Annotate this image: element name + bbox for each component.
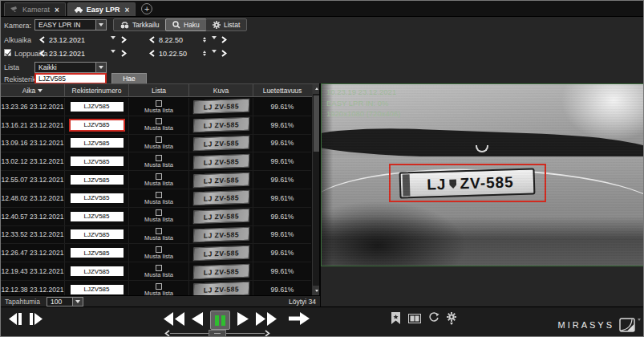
row-plate-number[interactable]: LJZV585 [71, 248, 124, 258]
column-header-rekisterinumero[interactable]: Rekisterinumero [65, 84, 129, 96]
slider-handle[interactable] [209, 330, 226, 337]
row-plate-image[interactable]: LJ ZV-585 [192, 263, 249, 278]
slider-track[interactable] [170, 333, 209, 334]
musta-lista-checkbox[interactable] [156, 100, 162, 107]
musta-lista-checkbox[interactable] [156, 136, 162, 143]
row-plate-image[interactable]: LJ ZV-585 [192, 282, 249, 296]
play-backward-button[interactable] [192, 312, 203, 329]
camera-select[interactable]: EASY LPR IN [34, 19, 107, 30]
history-playback-button[interactable] [428, 312, 439, 327]
row-plate-image[interactable]: LJ ZV-585 [192, 190, 249, 205]
fast-rewind-button[interactable] [164, 312, 184, 329]
tab-kamerat[interactable]: Kamerat × [4, 2, 66, 16]
row-plate-image[interactable]: LJ ZV-585 [192, 227, 249, 242]
musta-lista-checkbox[interactable] [156, 155, 162, 161]
row-plate-number[interactable]: LJZV585 [71, 156, 124, 166]
play-forward-button[interactable] [237, 312, 249, 329]
row-plate-number[interactable]: LJZV585 [71, 175, 124, 185]
date-prev-icon[interactable] [39, 36, 45, 43]
loppuaika-checkbox[interactable] [4, 49, 11, 56]
time-next-icon[interactable] [221, 36, 227, 43]
date-prev-icon[interactable] [39, 50, 45, 57]
alku-time-value[interactable]: 8.22.50 [159, 36, 183, 44]
speed-slider[interactable] [164, 329, 270, 337]
table-row[interactable]: 12.19.43 23.12.2021 LJZV585 Musta lista … [1, 262, 311, 281]
pause-button[interactable] [210, 311, 230, 330]
table-row[interactable]: 12.33.52 23.12.2021 LJZV585 Musta lista … [1, 226, 311, 245]
musta-lista-checkbox[interactable] [156, 283, 162, 290]
row-plate-number[interactable]: LJZV585 [71, 266, 124, 276]
settings-button[interactable] [447, 312, 456, 325]
table-row[interactable]: 12.26.47 23.12.2021 LJZV585 Musta lista … [1, 244, 311, 262]
dual-display-button[interactable] [408, 312, 421, 327]
hae-button[interactable]: Hae [111, 73, 147, 84]
tab-easy-lpr-close-icon[interactable]: × [124, 6, 129, 14]
table-row[interactable]: 12.40.57 23.12.2021 LJZV585 Musta lista … [1, 208, 311, 226]
row-plate-number[interactable]: LJZV585 [71, 229, 124, 239]
row-plate-image[interactable]: LJ ZV-585 [192, 209, 249, 224]
row-plate-image[interactable]: LJ ZV-585 [192, 136, 249, 151]
prev-event-button[interactable] [9, 313, 22, 328]
musta-lista-checkbox[interactable] [156, 192, 162, 198]
alku-date-value[interactable]: 23.12.2021 [49, 36, 85, 44]
fast-forward-button[interactable] [256, 312, 277, 329]
date-next-icon[interactable] [121, 50, 127, 57]
haku-button[interactable]: Haku [165, 18, 207, 31]
row-plate-number[interactable]: LJZV585 [71, 285, 124, 294]
chevron-down-icon[interactable] [73, 297, 83, 307]
row-plate-image[interactable]: LJ ZV-585 [192, 172, 249, 187]
lista-select[interactable]: Kaikki [34, 62, 107, 73]
table-row[interactable]: 13.23.26 23.12.2021 LJZV585 Musta lista … [1, 98, 311, 116]
video-panel[interactable]: LJ ZV-585 10.23.19 23.12.2021 EASY LPR I… [321, 83, 644, 266]
column-header-lista[interactable]: Lista [129, 84, 189, 96]
date-next-icon[interactable] [121, 36, 127, 43]
slider-left-icon[interactable] [164, 330, 170, 337]
listat-button[interactable]: Listat [205, 18, 247, 31]
row-plate-number[interactable]: LJZV585 [71, 193, 124, 203]
tab-easy-lpr[interactable]: Easy LPR × [67, 2, 136, 16]
loppu-date-value[interactable]: 23.12.2021 [49, 50, 85, 58]
date-dropdown-icon[interactable] [111, 53, 115, 67]
row-plate-image[interactable]: LJ ZV-585 [192, 154, 249, 169]
table-row[interactable]: 13.02.12 23.12.2021 LJZV585 Musta lista … [1, 152, 311, 171]
time-dropdown-icon[interactable] [212, 53, 217, 67]
new-tab-button[interactable]: + [141, 3, 152, 14]
table-row[interactable]: 13.16.21 23.12.2021 LJZV585 Musta lista … [1, 116, 311, 135]
tab-kamerat-close-icon[interactable]: × [55, 6, 59, 14]
table-row[interactable]: 12.55.07 23.12.2021 LJZV585 Musta lista … [1, 171, 311, 189]
table-row[interactable]: 12.12.38 23.12.2021 LJZV585 Musta lista … [1, 281, 311, 296]
musta-lista-checkbox[interactable] [156, 265, 162, 271]
musta-lista-checkbox[interactable] [156, 246, 162, 253]
rekisterikilpi-input[interactable] [34, 73, 107, 84]
row-plate-number[interactable]: LJZV585 [71, 102, 124, 112]
row-plate-number[interactable]: LJZV585 [71, 212, 124, 221]
row-plate-number[interactable]: LJZV585 [71, 120, 124, 130]
next-event-button[interactable] [29, 313, 43, 328]
musta-lista-checkbox[interactable] [156, 118, 162, 124]
row-plate-image[interactable]: LJ ZV-585 [192, 246, 249, 261]
table-row[interactable]: 12.48.02 23.12.2021 LJZV585 Musta lista … [1, 189, 311, 208]
loppu-time-value[interactable]: 10.22.50 [159, 50, 187, 58]
chevron-down-icon[interactable] [96, 19, 107, 30]
slider-right-icon[interactable] [265, 330, 270, 337]
jump-to-end-button[interactable] [289, 312, 310, 328]
event-count-select[interactable]: 100 [47, 297, 83, 307]
row-plate-image[interactable]: LJ ZV-585 [192, 99, 249, 114]
row-plate-image[interactable]: LJ ZV-585 [192, 117, 249, 132]
musta-lista-checkbox[interactable] [156, 228, 162, 234]
time-spinner-icon[interactable] [203, 37, 206, 43]
time-next-icon[interactable] [221, 50, 227, 57]
tarkkailu-button[interactable]: Tarkkailu [113, 18, 167, 31]
column-header-luetettavuus[interactable]: Luetettavuus [253, 84, 311, 96]
scrollbar-handle[interactable] [314, 95, 319, 152]
table-row[interactable]: 13.09.16 23.12.2021 LJZV585 Musta lista … [1, 135, 311, 153]
time-prev-icon[interactable] [149, 36, 155, 43]
bookmark-button[interactable] [391, 312, 401, 328]
musta-lista-checkbox[interactable] [156, 173, 162, 180]
chevron-down-icon[interactable] [96, 62, 107, 73]
slider-track[interactable] [226, 333, 265, 334]
column-header-aika[interactable]: Aika [1, 84, 65, 96]
time-prev-icon[interactable] [149, 50, 155, 57]
row-plate-number[interactable]: LJZV585 [71, 138, 124, 148]
column-header-kuva[interactable]: Kuva [189, 84, 253, 96]
